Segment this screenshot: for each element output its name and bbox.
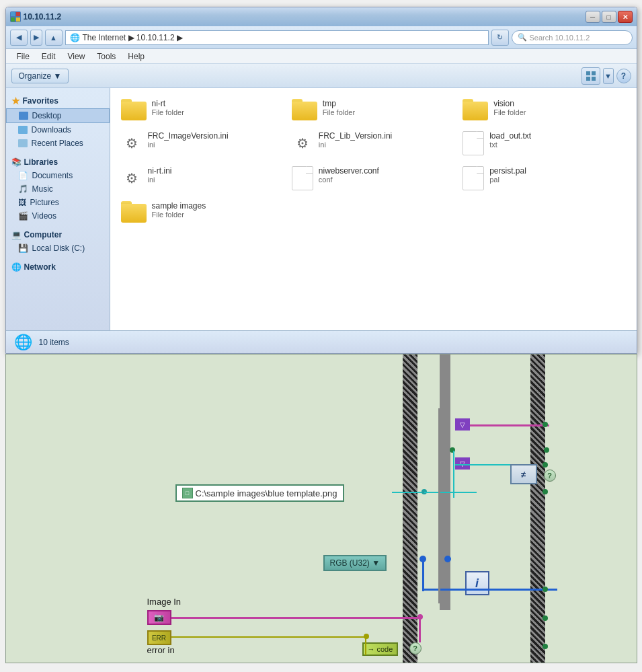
filepath-text: C:\sample images\blue template.png [196, 488, 337, 498]
list-item[interactable]: load_out.txt txt [460, 128, 628, 158]
file-name: ni-rt [152, 99, 184, 108]
sidebar-item-recent[interactable]: Recent Places [6, 137, 110, 150]
window-title: 10.10.11.2 [24, 12, 62, 22]
file-type: ini [319, 141, 392, 149]
list-item[interactable]: vision File folder [460, 96, 628, 123]
not-equal-symbol: ≠ [521, 470, 526, 480]
file-meta: persist.pal pal [489, 166, 526, 184]
back-button[interactable]: ◀ [10, 30, 28, 46]
documents-label: Documents [32, 171, 73, 180]
pal-file-icon [463, 166, 484, 190]
title-bar-left: 10.10.11.2 [10, 11, 62, 22]
file-name: ni-rt.ini [148, 166, 172, 176]
labview-diagram: ▽ ▽ ≠ ? □ C:\sample images\blue template… [5, 354, 637, 663]
filepath-box[interactable]: □ C:\sample images\blue template.png [175, 484, 344, 502]
list-item[interactable]: ⚙ FRC_ImageVersion.ini ini [118, 128, 286, 158]
libraries-header[interactable]: 📚 Libraries [6, 155, 110, 169]
address-input[interactable]: 🌐 The Internet ▶ 10.10.11.2 ▶ [65, 30, 489, 45]
file-meta: FRC_ImageVersion.ini ini [148, 131, 229, 149]
network-header[interactable]: 🌐 Network [6, 260, 110, 274]
menu-view[interactable]: View [63, 50, 91, 63]
libraries-icon: 📚 [11, 157, 22, 167]
vert-wire-gray [438, 408, 440, 603]
view-button[interactable] [581, 67, 600, 85]
sidebar-item-localdisk[interactable]: 💾 Local Disk (C:) [6, 241, 110, 255]
music-label: Music [32, 184, 53, 194]
computer-label: Computer [24, 230, 63, 239]
pictures-label: Pictures [30, 198, 59, 207]
organize-button[interactable]: Organize ▼ [11, 69, 69, 83]
file-type: File folder [323, 108, 355, 116]
file-type: File folder [152, 211, 206, 219]
menu-file[interactable]: File [11, 50, 35, 63]
help-button[interactable]: ? [616, 69, 631, 83]
code-label: code [377, 645, 393, 653]
menu-help[interactable]: Help [122, 50, 150, 63]
gear-file-icon: ⚙ [292, 131, 313, 155]
qmark-code: ? [409, 642, 422, 655]
minimize-button[interactable]: ─ [586, 11, 600, 23]
teal-wire-mid [455, 464, 516, 465]
list-item[interactable]: ⚙ FRC_Lib_Version.ini ini [289, 128, 457, 158]
file-area: ni-rt File folder tmp File folder [110, 88, 637, 330]
menu-edit[interactable]: Edit [36, 50, 61, 63]
file-grid: ni-rt File folder tmp File folder [118, 96, 629, 225]
sidebar-item-music[interactable]: 🎵 Music [6, 182, 110, 196]
sidebar-item-documents[interactable]: 📄 Documents [6, 169, 110, 182]
list-item[interactable]: sample images File folder [118, 198, 286, 225]
sidebar-item-pictures[interactable]: 🖼 Pictures [6, 196, 110, 209]
list-item[interactable]: tmp File folder [289, 96, 457, 123]
address-bar: ◀ ▶ ▲ 🌐 The Internet ▶ 10.10.11.2 ▶ ↻ 🔍 … [6, 26, 637, 49]
localdisk-icon: 💾 [18, 244, 28, 253]
list-item[interactable]: ⚙ ni-rt.ini ini [118, 163, 286, 193]
downloads-icon [18, 126, 28, 134]
file-meta: vision File folder [493, 99, 526, 116]
error-in-terminal: ERR [147, 630, 171, 645]
refresh-button[interactable]: ↻ [491, 30, 509, 46]
blue-wire-bottom [423, 589, 557, 591]
list-item[interactable]: persist.pal pal [460, 163, 628, 193]
list-item[interactable]: ni-rt File folder [118, 96, 286, 123]
computer-header[interactable]: 💻 Computer [6, 228, 110, 241]
desktop-icon [19, 112, 28, 120]
rgb-dropdown[interactable]: RGB (U32) ▼ [323, 555, 387, 571]
favorites-header[interactable]: ★ Favorites [6, 94, 110, 108]
status-count: 10 items [39, 338, 69, 347]
file-type: ini [148, 141, 229, 149]
list-item[interactable]: niwebserver.conf conf [289, 163, 457, 193]
vert-wire-purple [419, 615, 421, 642]
purple-indicator-mid: ▽ [455, 457, 470, 470]
network-label: Network [24, 262, 56, 272]
dot-green-border6 [543, 644, 548, 649]
search-box[interactable]: 🔍 Search 10.10.11.2 [512, 30, 633, 45]
maximize-button[interactable]: □ [602, 11, 616, 23]
sidebar-item-downloads[interactable]: Downloads [6, 123, 110, 137]
status-bar: 🌐 10 items [6, 330, 637, 353]
videos-label: Videos [32, 211, 56, 221]
vert-wire-yellow [365, 635, 366, 655]
libraries-label: Libraries [24, 157, 58, 167]
info-box: i [465, 571, 489, 595]
folder-icon [463, 99, 488, 120]
dot-green-border5 [543, 615, 548, 621]
qmark-neq: ? [544, 470, 556, 482]
dot-green-border1 [543, 422, 548, 427]
menu-bar: File Edit View Tools Help [6, 49, 637, 64]
file-name: load_out.txt [489, 131, 531, 141]
close-button[interactable]: ✕ [618, 11, 633, 23]
forward-button[interactable]: ▶ [30, 30, 42, 46]
sidebar-item-desktop[interactable]: Desktop [6, 108, 110, 123]
sidebar-item-videos[interactable]: 🎬 Videos [6, 209, 110, 223]
not-equal-node[interactable]: ≠ [510, 464, 537, 484]
file-type: txt [489, 141, 531, 149]
rgb-label: RGB (U32) ▼ [330, 558, 380, 568]
title-bar-buttons: ─ □ ✕ [586, 11, 633, 23]
menu-tools[interactable]: Tools [91, 50, 121, 63]
file-type: File folder [493, 108, 526, 116]
filepath-icon: □ [182, 488, 193, 498]
file-type: ini [148, 176, 172, 184]
title-bar: 10.10.11.2 ─ □ ✕ [6, 7, 637, 26]
up-button[interactable]: ▲ [45, 30, 63, 46]
error-terminal-content: ERR [152, 634, 166, 642]
view-dropdown-button[interactable]: ▼ [603, 68, 614, 84]
